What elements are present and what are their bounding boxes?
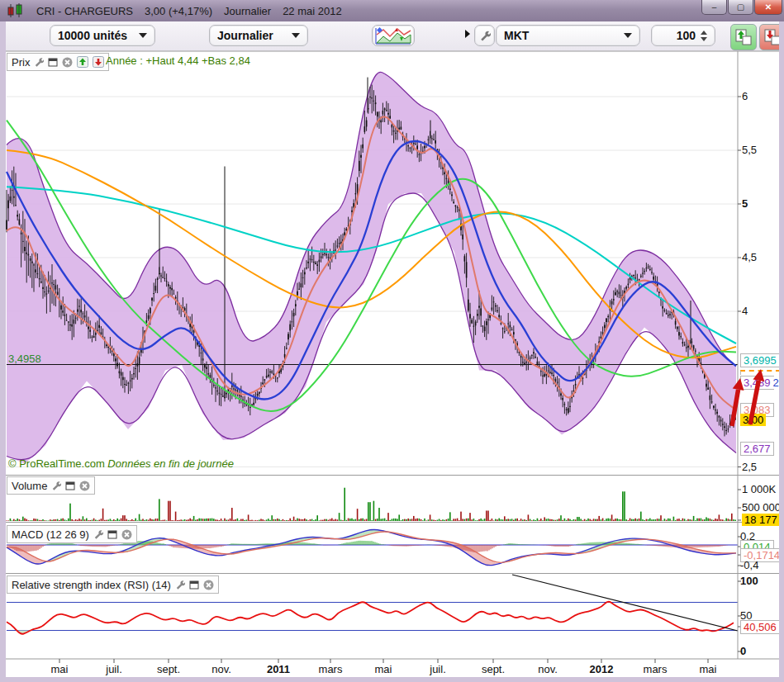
partial-hidden-label: 2 — [773, 377, 779, 389]
wrench-icon[interactable] — [34, 57, 44, 67]
rsi-axis-label: 40,506 — [740, 620, 780, 634]
copyright: © ProRealTime.com Données en fin de jour… — [8, 457, 234, 470]
close-panel-icon[interactable] — [203, 580, 214, 590]
rsi-axis-label: 0 — [740, 645, 746, 657]
wrench-icon[interactable] — [175, 580, 185, 590]
price-axis-label: 6 — [742, 90, 748, 102]
move-down-icon[interactable] — [93, 56, 104, 68]
copyright-note: Données en fin de journée — [107, 457, 234, 470]
price-axis-label: 2,5 — [742, 461, 757, 473]
maximize-panel-icon[interactable] — [189, 580, 199, 590]
price-float-label: 3,6995 — [740, 353, 780, 367]
rsi-axis-label: 100 — [740, 575, 758, 587]
price-year-stats: Année : +Haut 4,44 +Bas 2,84 — [106, 54, 250, 67]
price-axis-label: 4 — [742, 305, 748, 317]
rsi-panel-title: Relative strength index (RSI) (14) — [12, 579, 171, 591]
price-float-label: 3,00 — [740, 414, 766, 426]
macd-panel-header: MACD (12 26 9) — [7, 525, 137, 543]
price-float-label: 3,4892 — [740, 376, 774, 390]
trading-app-window: CRI - CHARGEURS 3,00 (+4,17%) Journalier… — [0, 0, 784, 682]
move-up-icon[interactable] — [77, 56, 88, 68]
close-panel-icon[interactable] — [62, 57, 73, 68]
price-axis-label: 5,5 — [742, 144, 757, 156]
x-axis-label: mai — [375, 663, 392, 675]
x-axis-label: sept. — [482, 663, 505, 675]
window-frame-bottom — [0, 677, 784, 682]
svg-text:3,4958: 3,4958 — [8, 353, 41, 365]
maximize-panel-icon[interactable] — [65, 481, 75, 490]
rsi-panel-header: Relative strength index (RSI) (14) — [7, 575, 219, 594]
price-panel-title: Prix — [12, 56, 30, 69]
x-axis-label: mai — [700, 663, 717, 675]
x-axis-label: mai — [51, 663, 69, 675]
x-axis-label: 2011 — [267, 663, 290, 675]
volume-axis-label: 1 000K — [742, 483, 776, 495]
x-axis-label: nov. — [538, 663, 558, 675]
price-axis-label: 5 — [742, 197, 748, 210]
window-frame-right — [779, 21, 784, 682]
maximize-panel-icon[interactable] — [48, 58, 58, 67]
x-axis-label: nov. — [211, 663, 231, 675]
maximize-panel-icon[interactable] — [107, 530, 117, 539]
wrench-icon[interactable] — [51, 481, 61, 490]
volume-panel-title: Volume — [12, 480, 47, 492]
volume-axis-label: 500 000 — [742, 501, 781, 514]
close-panel-icon[interactable] — [79, 481, 90, 491]
price-float-label: 2,677 — [740, 442, 774, 456]
hidden-orange-label — [740, 370, 781, 375]
x-axis-label: mars — [319, 663, 343, 675]
volume-axis-label: 18 177 — [742, 514, 780, 526]
x-axis-label: juil. — [430, 663, 446, 675]
price-panel-header: Prix — [7, 53, 109, 71]
x-axis-label: 2012 — [590, 663, 614, 675]
x-axis-label: sept. — [157, 663, 180, 675]
price-axis-label: 4,5 — [742, 251, 757, 263]
macd-axis-label: -0,4 — [740, 559, 758, 571]
copyright-brand: © ProRealTime.com — [8, 457, 105, 470]
window-frame-left — [0, 21, 6, 682]
wrench-icon[interactable] — [93, 529, 103, 539]
close-panel-icon[interactable] — [121, 529, 132, 540]
macd-panel-title: MACD (12 26 9) — [12, 528, 89, 541]
x-axis-label: juil. — [106, 663, 122, 675]
x-axis-label: mars — [644, 663, 668, 675]
volume-panel-header: Volume — [7, 476, 95, 495]
